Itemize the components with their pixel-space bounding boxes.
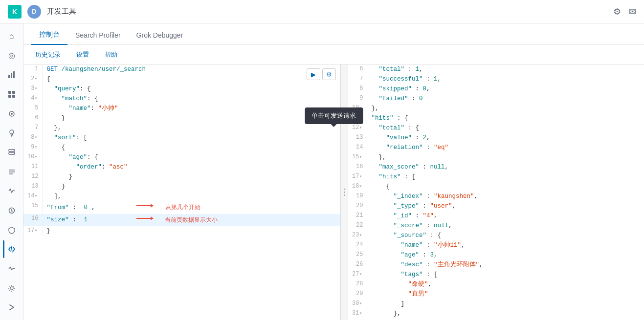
svg-point-12	[14, 150, 15, 151]
sidebar-item-infra[interactable]	[3, 144, 21, 161]
code-line-4: 4▾ "match": {	[23, 94, 340, 104]
kibana-logo: K	[8, 5, 22, 19]
sidebar-item-management[interactable]	[3, 279, 21, 297]
run-button-area: ▶ ⚙	[307, 68, 336, 80]
tab-console[interactable]: 控制台	[31, 25, 67, 45]
right-line-17: 17▾ "hits" : [	[348, 172, 644, 182]
sidebar-item-logs[interactable]	[3, 163, 21, 181]
app-header: K D 开发工具 ⚙ ✉	[0, 0, 644, 23]
panel-divider[interactable]	[340, 64, 348, 320]
code-lines-left: 1 GET /kaungshen/user/_search 2▾ { 3▾ "q…	[23, 64, 340, 236]
right-line-23: 23▾ "_source" : {	[348, 231, 644, 240]
mail-icon[interactable]: ✉	[629, 6, 636, 17]
right-code-editor[interactable]: 6 "total" : 1, 7 "successful" : 1, 8 "sk…	[348, 64, 644, 320]
svg-point-8	[11, 113, 13, 115]
code-line-14: 14▾ ],	[23, 192, 340, 201]
sidebar-item-discover[interactable]: ◎	[3, 47, 21, 64]
right-line-26: 26 "desc" : "主角光环附体",	[348, 260, 644, 270]
code-line-6: 6 }	[23, 113, 340, 123]
svg-rect-4	[12, 91, 15, 94]
tab-bar: 控制台 Search Profiler Grok Debugger	[23, 23, 644, 45]
sidebar: ⌂ ◎	[0, 23, 23, 320]
history-button[interactable]: 历史记录	[31, 48, 65, 61]
right-line-16: 16 "max_score" : null,	[348, 162, 644, 172]
svg-marker-21	[151, 204, 154, 208]
svg-rect-3	[8, 91, 11, 94]
svg-point-13	[14, 153, 15, 154]
right-line-21: 21 "_id" : "4",	[348, 211, 644, 221]
right-line-25: 25 "age" : 3,	[348, 250, 644, 260]
svg-point-9	[10, 130, 14, 134]
svg-marker-23	[151, 216, 154, 220]
right-line-22: 22 "_score" : null,	[348, 221, 644, 231]
right-line-10: 10▾ },	[348, 104, 644, 113]
svg-rect-5	[8, 95, 11, 98]
right-line-29: 29 "直男"	[348, 289, 644, 299]
sidebar-item-maps[interactable]	[3, 124, 21, 142]
code-line-13: 13 }	[23, 182, 340, 192]
options-button[interactable]: ⚙	[322, 68, 336, 80]
code-line-15: 15 "from": 0, 从第几个开始	[23, 201, 340, 214]
run-button[interactable]: ▶	[307, 68, 320, 80]
settings-icon[interactable]: ⚙	[613, 6, 621, 17]
content-area: 控制台 Search Profiler Grok Debugger 历史记录 设…	[23, 23, 644, 320]
right-line-9: 9 "failed" : 0	[348, 94, 644, 104]
right-line-27: 27▾ "tags" : [	[348, 270, 644, 279]
right-line-12: 12▾ "total" : {	[348, 123, 644, 133]
header-icons: ⚙ ✉	[613, 6, 636, 17]
tab-grok-debugger[interactable]: Grok Debugger	[129, 26, 191, 45]
svg-point-19	[10, 287, 13, 290]
user-avatar[interactable]: D	[27, 5, 41, 19]
left-code-editor[interactable]: 1 GET /kaungshen/user/_search 2▾ { 3▾ "q…	[23, 64, 340, 320]
right-line-24: 24 "name" : "小帅11",	[348, 240, 644, 250]
code-line-7: 7 },	[23, 123, 340, 133]
sidebar-item-forward[interactable]	[3, 299, 21, 316]
code-line-5: 5 "name": "小帅"	[23, 104, 340, 113]
tab-search-profiler[interactable]: Search Profiler	[67, 26, 129, 45]
sidebar-item-siem[interactable]	[3, 221, 21, 239]
right-editor-panel: 6 "total" : 1, 7 "successful" : 1, 8 "sk…	[348, 64, 644, 320]
code-line-16: 16 "size": 1 当前页数据显示大小	[23, 214, 340, 227]
sidebar-item-home[interactable]: ⌂	[3, 27, 21, 45]
svg-line-18	[11, 246, 12, 252]
svg-rect-6	[12, 95, 15, 98]
main-layout: ⌂ ◎	[0, 23, 644, 320]
code-line-1: 1 GET /kaungshen/user/_search	[23, 64, 340, 74]
sidebar-item-canvas[interactable]	[3, 105, 21, 123]
right-line-31: 31▾ },	[348, 309, 644, 319]
sidebar-item-devtools[interactable]	[3, 240, 21, 258]
code-line-2: 2▾ {	[23, 74, 340, 84]
right-line-19: 19 "_index" : "kaungshen",	[348, 192, 644, 201]
right-line-13: 13 "value" : 2,	[348, 133, 644, 143]
sidebar-item-apm[interactable]	[3, 182, 21, 200]
svg-rect-0	[8, 75, 10, 78]
code-line-17: 17▾ }	[23, 226, 340, 236]
right-line-30: 30▾ ]	[348, 299, 644, 309]
code-line-8: 8▾ "sort": [	[23, 133, 340, 143]
sidebar-item-dashboard[interactable]	[3, 85, 21, 103]
right-line-14: 14 "relation" : "eq"	[348, 143, 644, 152]
code-line-11: 11 "order": "asc"	[23, 162, 340, 172]
header-title: 开发工具	[47, 7, 607, 16]
right-line-15: 15▾ },	[348, 152, 644, 162]
sidebar-item-monitoring[interactable]	[3, 260, 21, 277]
right-line-18: 18▾ {	[348, 182, 644, 192]
code-line-10: 10▾ "age": {	[23, 152, 340, 162]
help-button[interactable]: 帮助	[101, 48, 121, 61]
toolbar: 历史记录 设置 帮助	[23, 45, 644, 64]
code-line-9: 9▾ {	[23, 143, 340, 152]
right-line-6: 6 "total" : 1,	[348, 64, 644, 74]
svg-rect-2	[13, 71, 15, 78]
settings-button[interactable]: 设置	[72, 48, 93, 61]
code-lines-right: 6 "total" : 1, 7 "successful" : 1, 8 "sk…	[348, 64, 644, 320]
right-line-20: 20 "_type" : "user",	[348, 201, 644, 211]
right-line-11: 11▾ "hits" : {	[348, 113, 644, 123]
code-line-12: 12 }	[23, 172, 340, 182]
editor-area: 单击可发送请求 ▶ ⚙ 1 GET /kaungshen/user/_searc…	[23, 64, 644, 320]
sidebar-item-visualize[interactable]	[3, 66, 21, 84]
left-editor-panel: ▶ ⚙ 1 GET /kaungshen/user/_search 2▾ {	[23, 64, 340, 320]
code-line-3: 3▾ "query": {	[23, 84, 340, 94]
right-line-28: 28 "命硬",	[348, 279, 644, 289]
sidebar-item-uptime[interactable]	[3, 202, 21, 219]
svg-rect-1	[11, 73, 12, 78]
